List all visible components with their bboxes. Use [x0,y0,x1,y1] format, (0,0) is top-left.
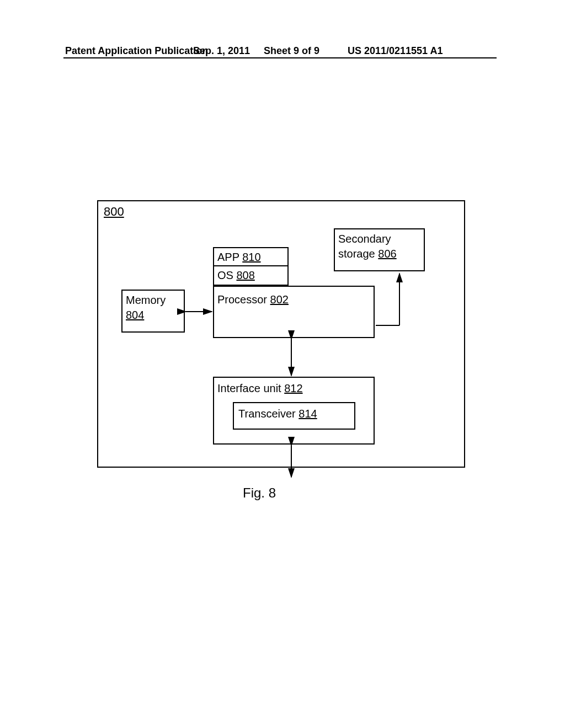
processor-label: Processor [217,293,267,306]
app-label: APP [217,251,239,263]
transceiver-num: 814 [299,408,317,420]
interface-num: 812 [284,382,302,394]
transceiver-block: Transceiver 814 [233,402,355,430]
secondary-storage-block: Secondary storage 806 [334,228,425,271]
system-ref: 800 [104,205,124,219]
interface-label: Interface unit [217,382,281,394]
secondary-storage-num: 806 [378,248,396,260]
header-date: Sep. 1, 2011 [193,45,250,57]
memory-num: 804 [126,309,144,321]
system-block: 800 Secondary storage 806 APP 810 OS 808… [97,200,465,468]
os-num: 808 [236,269,254,281]
header-publication: Patent Application Publication [65,45,208,57]
memory-block: Memory 804 [121,290,185,333]
page: Patent Application Publication Sep. 1, 2… [0,0,565,728]
memory-label: Memory [126,294,166,306]
os-label: OS [217,269,233,281]
transceiver-label: Transceiver [238,408,296,420]
os-block: OS 808 [213,266,289,286]
interface-block: Interface unit 812 Transceiver 814 [213,377,375,445]
header-pubno: US 2011/0211551 A1 [348,45,443,57]
header-rule [63,57,497,58]
app-num: 810 [242,251,260,263]
header-sheet: Sheet 9 of 9 [264,45,319,57]
figure-caption: Fig. 8 [243,485,276,501]
processor-block: Processor 802 [213,286,375,338]
processor-num: 802 [270,293,289,306]
app-block: APP 810 [213,247,289,266]
